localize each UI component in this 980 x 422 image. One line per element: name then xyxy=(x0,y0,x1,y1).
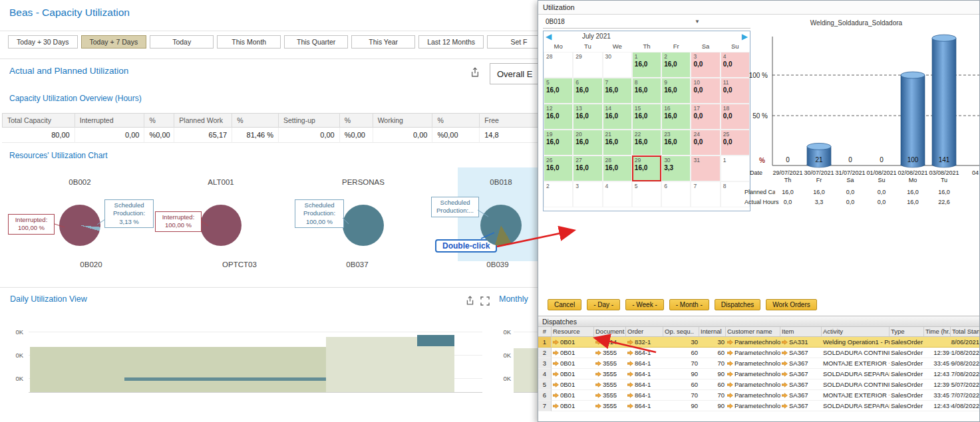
calendar-day-3[interactable]: 30,0 xyxy=(691,52,720,78)
column-header-order[interactable]: Order xyxy=(626,327,663,337)
filter-button-this-month[interactable]: This Month xyxy=(217,35,281,49)
filter-button-last-12-months[interactable]: Last 12 Months xyxy=(418,35,484,49)
calendar-day-7[interactable]: 716,0 xyxy=(603,78,632,104)
link-arrow-icon[interactable] xyxy=(627,393,633,398)
column-header-op-sequ[interactable]: Op. sequ.. xyxy=(663,327,699,337)
link-arrow-icon[interactable] xyxy=(595,403,601,409)
link-arrow-icon[interactable] xyxy=(782,340,788,345)
link-arrow-icon[interactable] xyxy=(553,371,559,377)
pie-chart-0b018[interactable] xyxy=(480,205,522,246)
dispatches-button[interactable]: Dispatches xyxy=(715,299,760,310)
dispatch-row-2[interactable]: 20B013555864-16060ParametechnoloSA367SOL… xyxy=(538,348,980,358)
link-arrow-icon[interactable] xyxy=(627,361,633,366)
filter-button-today-30-days[interactable]: Today + 30 Days xyxy=(8,35,78,49)
filter-button-today[interactable]: Today xyxy=(150,35,214,49)
calendar-day-24[interactable]: 240,0 xyxy=(691,130,720,156)
column-header-item[interactable]: # xyxy=(538,327,552,337)
calendar-day-6[interactable]: 616,0 xyxy=(573,78,602,104)
link-arrow-icon[interactable] xyxy=(727,393,733,398)
link-arrow-icon[interactable] xyxy=(727,340,733,345)
dispatch-row-1[interactable]: 10B013414832-13030ParametechnoloSA331Wel… xyxy=(538,337,980,348)
column-header-time-hr[interactable]: Time (hr.) xyxy=(924,327,951,337)
pie-chart-personas[interactable] xyxy=(343,205,384,246)
filter-button-this-quarter[interactable]: This Quarter xyxy=(284,35,348,49)
calendar-day-16[interactable]: 1616,0 xyxy=(661,104,691,130)
calendar-day-14[interactable]: 1416,0 xyxy=(603,104,632,130)
link-arrow-icon[interactable] xyxy=(553,340,559,345)
export-icon[interactable] xyxy=(470,67,480,78)
day-button[interactable]: - Day - xyxy=(587,299,620,310)
column-header-resource[interactable]: Resource xyxy=(552,327,594,337)
pie-chart-alt001[interactable] xyxy=(200,205,242,246)
calendar-day-1[interactable]: 116,0 xyxy=(632,52,661,78)
column-header-item[interactable]: Item xyxy=(780,327,822,337)
column-header-total-start[interactable]: Total Start xyxy=(951,327,980,337)
week-button[interactable]: - Week - xyxy=(625,299,664,310)
calendar-day-10[interactable]: 100,0 xyxy=(691,78,720,104)
column-header-type[interactable]: Type xyxy=(890,327,924,337)
dispatch-row-4[interactable]: 40B013555864-19090ParametechnoloSA367SOL… xyxy=(538,369,980,379)
link-arrow-icon[interactable] xyxy=(595,361,601,366)
column-header-document[interactable]: Document xyxy=(594,327,626,337)
link-arrow-icon[interactable] xyxy=(727,350,733,356)
calendar-day-23[interactable]: 2316,0 xyxy=(661,130,691,156)
column-header-customer-name[interactable]: Customer name xyxy=(726,327,780,337)
link-arrow-icon[interactable] xyxy=(553,361,559,366)
column-header-internal[interactable]: Internal xyxy=(699,327,726,337)
dispatch-row-5[interactable]: 50B013555864-16060ParametechnoloSA367SOL… xyxy=(538,379,980,390)
calendar-day-12[interactable]: 1216,0 xyxy=(544,104,573,130)
link-arrow-icon[interactable] xyxy=(782,350,788,356)
calendar-day-21[interactable]: 2116,0 xyxy=(603,130,632,156)
pie-chart-0b002[interactable] xyxy=(59,205,100,246)
calendar-prev-icon[interactable]: ◀ xyxy=(546,31,552,42)
dispatch-row-6[interactable]: 60B013555864-17070ParametechnoloSA367MON… xyxy=(538,390,980,401)
link-arrow-icon[interactable] xyxy=(627,382,633,387)
expand-icon[interactable] xyxy=(480,296,490,306)
link-arrow-icon[interactable] xyxy=(782,393,788,398)
link-arrow-icon[interactable] xyxy=(627,350,633,356)
calendar-day-20[interactable]: 2016,0 xyxy=(573,130,602,156)
calendar-day-2[interactable]: 216,0 xyxy=(661,52,691,78)
calendar-day-15[interactable]: 1516,0 xyxy=(632,104,661,130)
calendar-day-29[interactable]: 29 xyxy=(573,52,602,78)
cancel-button[interactable]: Cancel xyxy=(548,299,581,310)
calendar-day-19[interactable]: 1916,0 xyxy=(544,130,573,156)
link-arrow-icon[interactable] xyxy=(727,371,733,377)
filter-button-today-7-days[interactable]: Today + 7 Days xyxy=(81,35,147,49)
link-arrow-icon[interactable] xyxy=(553,403,559,409)
link-arrow-icon[interactable] xyxy=(727,403,733,409)
link-arrow-icon[interactable] xyxy=(627,340,633,345)
link-arrow-icon[interactable] xyxy=(727,382,733,387)
link-arrow-icon[interactable] xyxy=(782,361,788,366)
column-header-activity[interactable]: Activity xyxy=(822,327,890,337)
month-button[interactable]: - Month - xyxy=(669,299,709,310)
dispatch-row-3[interactable]: 30B013555864-17070ParametechnoloSA367MON… xyxy=(538,358,980,369)
link-arrow-icon[interactable] xyxy=(595,371,601,377)
calendar-day-13[interactable]: 1316,0 xyxy=(573,104,602,130)
link-arrow-icon[interactable] xyxy=(727,361,733,366)
link-arrow-icon[interactable] xyxy=(595,350,601,356)
calendar-day-22[interactable]: 2216,0 xyxy=(632,130,661,156)
link-arrow-icon[interactable] xyxy=(782,403,788,409)
work-orders-button[interactable]: Work Orders xyxy=(766,299,817,310)
calendar-day-9[interactable]: 916,0 xyxy=(661,78,691,104)
link-arrow-icon[interactable] xyxy=(553,382,559,387)
link-arrow-icon[interactable] xyxy=(595,382,601,387)
export-icon[interactable] xyxy=(465,296,475,306)
link-arrow-icon[interactable] xyxy=(553,393,559,398)
link-arrow-icon[interactable] xyxy=(595,340,601,345)
filter-button-this-year[interactable]: This Year xyxy=(351,35,415,49)
link-arrow-icon[interactable] xyxy=(595,393,601,398)
calendar-day-28[interactable]: 28 xyxy=(544,52,573,78)
link-arrow-icon[interactable] xyxy=(553,350,559,356)
calendar-day-30[interactable]: 30 xyxy=(603,52,632,78)
link-arrow-icon[interactable] xyxy=(782,382,788,387)
calendar-day-8[interactable]: 816,0 xyxy=(632,78,661,104)
dispatch-row-7[interactable]: 70B013555864-19090ParametechnoloSA367SOL… xyxy=(538,401,980,411)
calendar-day-5[interactable]: 516,0 xyxy=(544,78,573,104)
link-arrow-icon[interactable] xyxy=(627,403,633,409)
link-arrow-icon[interactable] xyxy=(782,371,788,377)
resource-dropdown[interactable]: 0B018 ▼ xyxy=(543,17,750,29)
calendar-day-17[interactable]: 170,0 xyxy=(691,104,720,130)
link-arrow-icon[interactable] xyxy=(627,371,633,377)
